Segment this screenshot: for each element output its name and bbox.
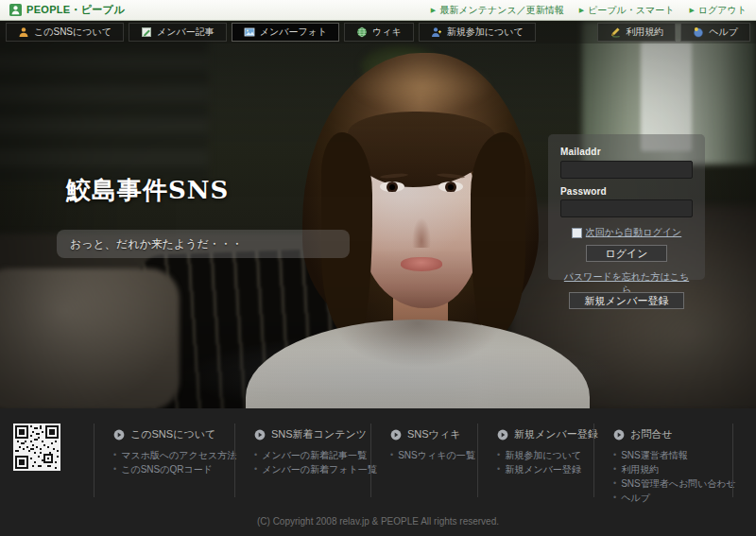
arrow-icon: ▶ [431, 7, 436, 13]
footer-col-register: 新規メンバー登録 •新規参加について •新規メンバー登録 [477, 424, 593, 497]
tab-new-members[interactable]: 新規参加について [419, 23, 536, 42]
arrow-icon: ▶ [579, 7, 584, 13]
tab-member-articles[interactable]: メンバー記事 [129, 23, 227, 42]
bullet-icon: • [390, 448, 393, 462]
help-icon [693, 26, 704, 38]
tab-help[interactable]: ヘルプ [680, 23, 750, 42]
auto-login-row: 次回から自動ログイン [560, 226, 693, 239]
footer-col-contact: お問合せ •SNS運営者情報 •利用規約 •SNS管理者へお問い合わせ •ヘルプ [593, 424, 732, 497]
footer-col-wiki: SNSウィキ •SNSウィキの一覧 [370, 424, 477, 497]
top-link-logout[interactable]: ▶ログアウト [689, 4, 747, 17]
hero-status-message: おっと、だれか来たようだ・・・ [57, 230, 350, 258]
arrow-icon: ▶ [689, 7, 694, 13]
footer-col-heading[interactable]: このSNSについて [113, 427, 234, 441]
footer-link[interactable]: •マスホ版へのアクセス方法 [113, 448, 234, 462]
footer-columns: このSNSについて •マスホ版へのアクセス方法 •このSNSのQRコード SNS… [94, 424, 733, 497]
footer: このSNSについて •マスホ版へのアクセス方法 •このSNSのQRコード SNS… [0, 408, 756, 536]
footer-col-divider [732, 424, 733, 497]
woman-hair-highlight [352, 59, 493, 113]
site-logo[interactable]: PEOPLE・ピープル [9, 3, 125, 17]
mailaddr-input[interactable] [560, 161, 693, 179]
people-logo-icon [9, 4, 22, 16]
photo-left-pillow [0, 268, 180, 408]
bullet-icon: • [613, 491, 616, 505]
auto-login-label[interactable]: 次回から自動ログイン [586, 226, 681, 239]
top-bar: PEOPLE・ピープル ▶最新メンテナンス／更新情報 ▶ピープル・スマート ▶ロ… [0, 0, 756, 21]
top-link-maintenance[interactable]: ▶最新メンテナンス／更新情報 [431, 4, 564, 17]
mailaddr-label: Mailaddr [560, 147, 693, 157]
footer-col-heading[interactable]: SNS新着コンテンツ [254, 427, 370, 441]
footer-col-heading[interactable]: 新規メンバー登録 [497, 427, 593, 441]
bullet-icon: • [613, 476, 616, 491]
footer-col-new-content: SNS新着コンテンツ •メンバーの新着記事一覧 •メンバーの新着フォト一覧 [234, 424, 370, 497]
photo-background-shelf [0, 21, 208, 182]
register-button[interactable]: 新規メンバー登録 [569, 292, 684, 309]
page: { "header": { "logo": "PEOPLE・ピープル", "li… [0, 0, 756, 536]
login-panel: Mailaddr Password 次回から自動ログイン ログイン パスワードを… [548, 134, 705, 280]
footer-col-heading[interactable]: SNSウィキ [390, 427, 477, 441]
person-add-icon [431, 26, 442, 38]
password-label: Password [560, 186, 693, 197]
woman-nose-shadow [412, 217, 431, 248]
photo-icon [244, 26, 255, 38]
footer-link[interactable]: •SNS運営者情報 [613, 448, 732, 462]
bullet-icon: • [497, 448, 500, 462]
woman-hair-right [471, 132, 525, 338]
top-link-people-smart[interactable]: ▶ピープル・スマート [579, 4, 675, 17]
woman-eye-left [380, 182, 404, 192]
screen-glow [180, 333, 614, 408]
login-button[interactable]: ログイン [586, 245, 667, 262]
footer-link[interactable]: •ヘルプ [613, 491, 732, 505]
tab-about-sns[interactable]: このSNSについて [6, 23, 124, 42]
woman-lips [401, 257, 442, 271]
bullet-icon: • [113, 448, 116, 462]
hero-photo: 鮫島事件SNS おっと、だれか来たようだ・・・ Mailaddr Passwor… [0, 21, 756, 408]
site-logo-text: PEOPLE・ピープル [26, 3, 125, 17]
circle-arrow-icon [613, 429, 625, 441]
tab-bar: このSNSについて メンバー記事 メンバーフォト ウィキ 新規参加について 利用… [0, 21, 756, 43]
terms-pencil-icon [610, 26, 621, 38]
bullet-icon: • [613, 448, 616, 462]
hero-title: 鮫島事件SNS [66, 174, 229, 207]
footer-link[interactable]: •SNSウィキの一覧 [390, 448, 477, 462]
footer-link[interactable]: •メンバーの新着フォト一覧 [254, 462, 370, 476]
tab-terms[interactable]: 利用規約 [597, 23, 676, 42]
footer-link[interactable]: •新規参加について [497, 448, 593, 462]
circle-arrow-icon [113, 429, 125, 441]
bullet-icon: • [613, 462, 616, 476]
woman-eye-right [438, 182, 463, 192]
footer-col-about: このSNSについて •マスホ版へのアクセス方法 •このSNSのQRコード [94, 424, 234, 497]
tab-bar-right: 利用規約 ヘルプ [597, 23, 750, 42]
circle-arrow-icon [497, 429, 508, 441]
bullet-icon: • [254, 462, 257, 476]
circle-arrow-icon [254, 429, 266, 441]
globe-icon [356, 26, 368, 38]
footer-link[interactable]: •メンバーの新着記事一覧 [254, 448, 370, 462]
footer-link[interactable]: •このSNSのQRコード [113, 462, 234, 476]
footer-col-heading[interactable]: お問合せ [613, 427, 732, 441]
pencil-icon [141, 26, 152, 38]
auto-login-checkbox[interactable] [572, 228, 582, 238]
top-links: ▶最新メンテナンス／更新情報 ▶ピープル・スマート ▶ログアウト [431, 4, 747, 17]
footer-link[interactable]: •利用規約 [613, 462, 732, 476]
qr-code [13, 424, 60, 471]
bullet-icon: • [254, 448, 257, 462]
tab-wiki[interactable]: ウィキ [344, 23, 414, 42]
person-icon [18, 26, 29, 38]
password-input[interactable] [560, 199, 693, 217]
circle-arrow-icon [390, 429, 402, 441]
bullet-icon: • [497, 462, 500, 476]
bullet-icon: • [113, 462, 116, 476]
footer-link[interactable]: •新規メンバー登録 [497, 462, 593, 476]
footer-link[interactable]: •SNS管理者へお問い合わせ [613, 476, 732, 491]
tab-member-photos[interactable]: メンバーフォト [232, 23, 339, 42]
copyright: (C) Copyright 2008 relav.jp & PEOPLE All… [0, 516, 756, 527]
